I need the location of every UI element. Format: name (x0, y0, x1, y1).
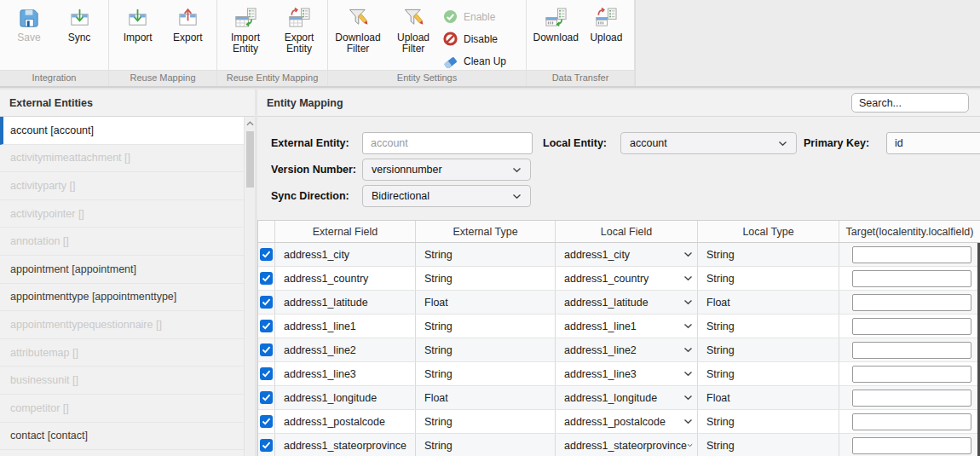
enable-icon (443, 9, 458, 24)
external-type-cell: String (416, 267, 556, 290)
external-type-cell: String (416, 338, 556, 361)
sidebar-item-appointmenttype[interactable]: appointmenttype [appointmenttype] (0, 284, 255, 312)
external-entity-input[interactable] (362, 132, 533, 154)
external-field-cell: address1_country (275, 267, 416, 290)
sidebar-item-activityparty[interactable]: activityparty [] (0, 172, 255, 200)
import-button[interactable]: Import (117, 5, 159, 43)
local-field-select[interactable]: address1_country (556, 267, 698, 290)
local-type-cell: String (698, 410, 839, 433)
toolbar-group-label: Data Transfer (527, 70, 634, 86)
local-field-select[interactable]: address1_stateorprovince (556, 434, 698, 456)
target-input[interactable] (852, 318, 971, 335)
local-entity-select[interactable]: account (620, 132, 797, 154)
local-field-select[interactable]: address1_postalcode (556, 410, 698, 433)
row-checkbox[interactable] (260, 272, 273, 285)
row-checkbox[interactable] (260, 320, 273, 332)
target-input[interactable] (852, 413, 971, 430)
external-field-value: address1_line1 (284, 320, 356, 332)
local-type-value: String (706, 368, 735, 380)
check-icon (262, 418, 271, 425)
primary-key-label: Primary Key: (804, 132, 869, 154)
table-row: address1_cityStringaddress1_cityString (258, 243, 980, 267)
local-type-cell: String (698, 338, 839, 361)
local-field-value: address1_line3 (564, 368, 637, 380)
download-filter-button[interactable]: Download Filter (332, 5, 383, 55)
clean-up-button[interactable]: Clean Up (443, 54, 522, 68)
export-icon (176, 7, 199, 30)
disable-label: Disable (464, 33, 498, 45)
checkbox-cell (258, 338, 275, 361)
sidebar-item-appointment[interactable]: appointment [appointment] (0, 256, 255, 284)
chevron-down-icon (683, 395, 693, 401)
check-icon (262, 251, 271, 258)
sidebar-item-label: appointment [appointment] (10, 263, 136, 275)
row-checkbox[interactable] (260, 367, 273, 380)
download-button[interactable]: Download (533, 5, 579, 43)
check-icon (262, 442, 271, 449)
entity-mapping-form: External Entity: Local Entity: account P… (257, 117, 980, 220)
toolbar-group-label: Reuse Entity Mapping (217, 70, 327, 86)
row-checkbox[interactable] (260, 343, 273, 356)
sidebar-item-competitor[interactable]: competitor [] (0, 395, 255, 423)
sidebar-item-appointmenttypequestionnaire[interactable]: appointmenttypequestionnaire [] (0, 311, 255, 339)
local-field-select[interactable]: address1_line3 (556, 362, 698, 385)
sidebar-item-attributemap[interactable]: attributemap [] (0, 339, 255, 367)
version-number-select[interactable]: versionnumber (362, 159, 531, 181)
sidebar-item-contact[interactable]: contact [contact] (0, 423, 255, 451)
local-type-value: Float (706, 297, 730, 309)
scrollbar-thumb[interactable] (246, 131, 254, 188)
sidebar-item-activitymimeattachment[interactable]: activitymimeattachment [] (0, 145, 255, 173)
target-input[interactable] (852, 270, 971, 287)
target-input[interactable] (852, 390, 971, 407)
row-checkbox[interactable] (260, 391, 273, 404)
sidebar-item-activitypointer[interactable]: activitypointer [] (0, 200, 255, 228)
external-field-value: address1_city (284, 249, 349, 261)
local-field-select[interactable]: address1_line1 (556, 315, 698, 338)
entity-mapping-title: Entity Mapping (257, 97, 343, 109)
sync-button[interactable]: Sync (58, 5, 101, 43)
header-checkbox-column (258, 221, 275, 242)
sync-direction-select[interactable]: Bidirectional (362, 185, 531, 207)
target-input[interactable] (852, 294, 971, 311)
target-input[interactable] (852, 342, 971, 359)
row-checkbox[interactable] (260, 248, 273, 261)
target-input[interactable] (852, 366, 971, 383)
primary-key-input[interactable] (886, 132, 980, 154)
enable-button[interactable]: Enable (443, 9, 522, 24)
row-checkbox[interactable] (260, 415, 273, 428)
target-input[interactable] (852, 437, 971, 454)
upload-button[interactable]: Upload (585, 5, 627, 43)
local-field-value: address1_city (564, 249, 630, 261)
external-entity-label: External Entity: (271, 132, 349, 154)
sidebar-item-account[interactable]: account [account] (0, 117, 255, 145)
target-cell (839, 362, 980, 385)
external-entities-title: External Entities (0, 97, 93, 109)
sidebar-scrollbar[interactable] (244, 117, 255, 456)
checkbox-cell (258, 434, 275, 456)
export-entity-button[interactable]: Export Entity (274, 5, 325, 55)
disable-button[interactable]: Disable (443, 32, 522, 46)
chevron-down-icon (512, 167, 522, 173)
toolbar-group-reuse-mapping: ImportExportReuse Mapping (109, 0, 217, 86)
export-button[interactable]: Export (166, 5, 209, 43)
local-field-select[interactable]: address1_city (556, 243, 698, 266)
target-cell (839, 434, 980, 456)
local-field-select[interactable]: address1_line2 (556, 338, 698, 361)
search-input[interactable] (851, 93, 969, 113)
local-type-value: String (706, 440, 735, 452)
sidebar-item-annotation[interactable]: annotation [] (0, 228, 255, 256)
local-field-select[interactable]: address1_latitude (556, 291, 698, 314)
scroll-up-button[interactable] (245, 117, 255, 130)
local-field-select[interactable]: address1_longitude (556, 386, 698, 409)
version-number-label: Version Number: (271, 159, 356, 181)
save-button[interactable]: Save (8, 5, 50, 43)
column-header-external-type: External Type (416, 221, 556, 242)
sidebar-item-businessunit[interactable]: businessunit [] (0, 367, 255, 395)
row-checkbox[interactable] (260, 439, 273, 452)
ribbon-toolbar: SaveSyncIntegrationImportExportReuse Map… (0, 0, 980, 88)
upload-filter-button[interactable]: Upload Filter (388, 5, 439, 55)
checkbox-cell (258, 243, 275, 266)
target-input[interactable] (852, 246, 971, 263)
row-checkbox[interactable] (260, 296, 273, 309)
import-entity-button[interactable]: Import Entity (220, 5, 271, 55)
